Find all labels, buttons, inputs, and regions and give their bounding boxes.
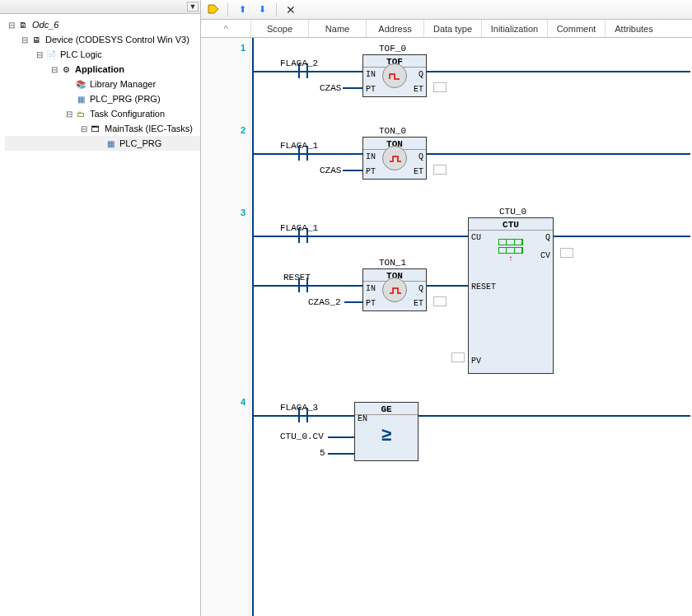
tree-application[interactable]: ⊟ ⚙ Application [5, 62, 200, 77]
ge-operator-icon: ≥ [381, 424, 391, 446]
fb-tof0[interactable]: TOF IN PT Q ET [362, 54, 427, 97]
wire [427, 153, 690, 155]
col-comment[interactable]: Comment [547, 20, 605, 37]
tree-plc-logic-label: PLC Logic [60, 49, 102, 59]
pin-in: IN [366, 284, 376, 293]
wire [328, 453, 354, 455]
timer-icon [382, 278, 407, 302]
tree-dropdown-icon[interactable]: ▼ [187, 2, 199, 12]
tof0-name-label: TOF_0 [379, 44, 406, 54]
cv-out-box[interactable] [560, 248, 573, 258]
col-init[interactable]: Initialization [481, 20, 547, 37]
et-out-box[interactable] [433, 165, 447, 175]
ton1-name-label: TON_1 [379, 258, 406, 268]
contact-flaga1[interactable] [293, 146, 313, 161]
project-icon: 🗎 [16, 18, 30, 31]
ladder-editor[interactable]: 1 FLAGA_2 CZAS TOF_0 TOF IN PT Q ET [201, 38, 692, 616]
pin-in: IN [366, 152, 376, 161]
tree-plc-logic[interactable]: ⊟ 📄 PLC Logic [5, 47, 200, 62]
pin-q: Q [418, 152, 423, 161]
decl-expand-icon[interactable]: ^ [201, 20, 250, 37]
timer-icon [382, 146, 407, 170]
power-rail [252, 38, 254, 616]
counter-icon: ↑ [498, 239, 523, 263]
tree-maintask[interactable]: ⊟ 🗔 MainTask (IEC-Tasks) [5, 121, 200, 136]
fb-ton0[interactable]: TON IN PT Q ET [362, 137, 427, 180]
plc-logic-icon: 📄 [44, 48, 58, 61]
pin-pt: PT [366, 167, 376, 176]
task-pou-icon: ▦ [104, 137, 117, 150]
col-name[interactable]: Name [308, 20, 366, 37]
et-out-box[interactable] [433, 82, 447, 92]
tree-task-config-label: Task Configuration [90, 109, 165, 119]
contact-flaga2[interactable] [293, 63, 313, 78]
pt3-label: CZAS_2 [308, 297, 341, 307]
fb-ge[interactable]: GE EN ≥ [354, 402, 418, 461]
wire [427, 285, 468, 287]
pin-pt: PT [366, 85, 376, 94]
fb-ge-type: GE [355, 403, 418, 415]
pin-pv: PV [471, 357, 481, 366]
pin-et: ET [414, 299, 423, 308]
toolbar-btn-up[interactable]: ⬆ [235, 2, 250, 17]
library-icon: 📚 [74, 77, 87, 91]
tree-root[interactable]: ⊟ 🗎 Odc_6 [5, 17, 200, 32]
application-icon: ⚙ [59, 63, 72, 76]
tree-task-pou-label: PLC_PRG [119, 138, 161, 148]
device-icon: 🖥 [30, 33, 43, 46]
ge-in1-label: CTU_0.CV [280, 432, 324, 441]
pin-q: Q [418, 284, 423, 293]
tree-maintask-label: MainTask (IEC-Tasks) [105, 124, 193, 133]
ge-in2-label: 5 [320, 448, 325, 458]
col-attr[interactable]: Attributes [605, 20, 662, 37]
task-icon: 🗔 [89, 122, 102, 135]
toolbar-btn-delete[interactable]: ✕ [283, 2, 298, 17]
col-address[interactable]: Address [366, 20, 423, 37]
wire [427, 71, 690, 72]
tree-header: ▼ [0, 0, 200, 14]
wire [254, 236, 468, 237]
wire [418, 415, 690, 417]
tree-device[interactable]: ⊟ 🖥 Device (CODESYS Control Win V3) [5, 32, 200, 47]
pin-q: Q [418, 70, 423, 79]
wire [328, 436, 354, 438]
tree-library-label: Library Manager [90, 79, 156, 89]
fb-ctu0[interactable]: CTU CU RESET PV Q CV ↑ [468, 217, 554, 374]
tree-device-label: Device (CODESYS Control Win V3) [45, 35, 189, 44]
fb-ctu0-type: CTU [469, 218, 553, 231]
pin-reset: RESET [471, 282, 496, 292]
tree-task-pou[interactable]: ▦ PLC_PRG [5, 136, 200, 151]
editor-toolbar: ⬆ ⬇ ✕ [201, 0, 692, 20]
tree-task-config[interactable]: ⊟ 🗀 Task Configuration [5, 106, 200, 121]
pou-icon: ▦ [74, 92, 87, 105]
contact-flaga3[interactable] [293, 408, 313, 422]
toolbar-btn-tag[interactable] [206, 2, 221, 17]
col-datatype[interactable]: Data type [423, 20, 481, 37]
tree-root-label: Odc_6 [32, 20, 58, 30]
project-tree-panel: ▼ ⊟ 🗎 Odc_6 ⊟ 🖥 Device (CODESYS Control … [0, 0, 201, 616]
contact-flaga1b[interactable] [293, 228, 313, 243]
toolbar-btn-down[interactable]: ⬇ [255, 2, 269, 17]
pin-pt: PT [366, 299, 376, 308]
wire [343, 170, 362, 171]
tree-plc-prg[interactable]: ▦ PLC_PRG (PRG) [5, 91, 200, 106]
wire [343, 87, 362, 89]
fb-ton1[interactable]: TON IN PT Q ET [362, 268, 427, 311]
pv-in-box[interactable] [451, 352, 465, 362]
declaration-header: ^ Scope Name Address Data type Initializ… [201, 20, 692, 38]
timer-icon [382, 63, 407, 88]
ctu0-name-label: CTU_0 [499, 207, 526, 217]
tree-application-label: Application [75, 64, 124, 74]
rung-number-3: 3 [241, 208, 245, 217]
contact-reset[interactable] [293, 278, 313, 292]
rung-number-2: 2 [241, 125, 245, 135]
pin-in: IN [366, 70, 376, 79]
tree-library-manager[interactable]: 📚 Library Manager [5, 77, 200, 91]
tree-plc-prg-label: PLC_PRG (PRG) [90, 94, 161, 104]
rung-number-4: 4 [241, 397, 245, 407]
et-out-box[interactable] [433, 296, 447, 306]
col-scope[interactable]: Scope [250, 20, 308, 37]
editor-panel: ⬆ ⬇ ✕ ^ Scope Name Address Data type Ini… [201, 0, 692, 616]
pin-et: ET [414, 85, 423, 94]
rung-number-1: 1 [241, 43, 245, 53]
